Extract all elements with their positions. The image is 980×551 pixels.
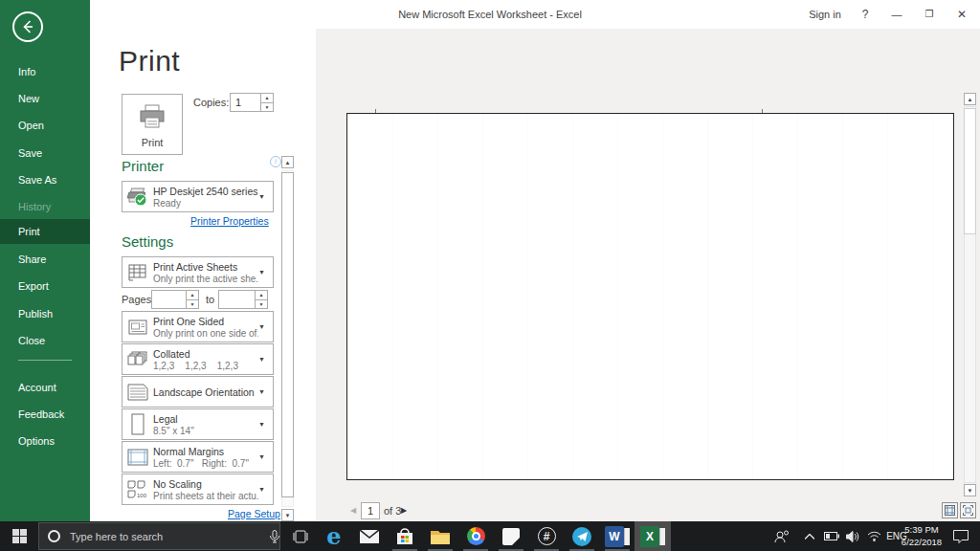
dropdown-title: Print One Sided [153,316,258,327]
minimize-icon[interactable]: — [884,0,909,29]
settings-section-heading: Settings [122,233,173,250]
mail-icon[interactable] [352,521,387,551]
show-margins-icon [945,505,955,516]
chevron-down-icon: ▼ [258,486,273,493]
telegram-icon[interactable] [565,521,599,551]
chevron-down-icon: ▼ [258,356,273,363]
spin-up-icon[interactable]: ▲ [256,291,267,300]
svg-text:100: 100 [137,493,147,498]
preview-scrollbar-thumb[interactable] [964,108,976,234]
printer-properties-link[interactable]: Printer Properties [190,215,269,227]
sidebar-item-close[interactable]: Close [0,328,90,353]
spin-up-icon[interactable]: ▲ [261,94,273,103]
spin-up-icon[interactable]: ▲ [187,291,198,300]
store-icon[interactable] [388,521,422,551]
one-sided-icon [122,317,153,338]
duplex-dropdown[interactable]: Print One Sided Only print on one side o… [122,311,274,342]
sidebar-item-export[interactable]: Export [0,274,90,298]
tray-time: 5:39 PM [898,523,946,536]
settings-scrollbar-thumb[interactable] [281,172,294,497]
margin-handle[interactable] [762,109,763,113]
scaling-dropdown[interactable]: 100 No Scaling Print sheets at their act… [122,474,274,505]
notepad-icon[interactable] [494,521,528,551]
chevron-down-icon: ▼ [258,453,273,460]
sidebar-item-share[interactable]: Share [0,247,90,272]
previous-page-icon[interactable]: ◀ [350,506,356,515]
collation-dropdown[interactable]: Collated 1,2,3 1,2,3 1,2,3 ▼ [122,343,274,375]
copies-spinner-arrows[interactable]: ▲▼ [260,94,273,111]
sidebar-item-info[interactable]: Info [0,59,90,84]
help-icon[interactable]: ? [856,0,875,29]
sidebar-item-feedback[interactable]: Feedback [0,402,90,427]
task-view-icon[interactable] [283,521,318,551]
cortana-icon [48,530,60,542]
sign-in-button[interactable]: Sign in [804,0,846,29]
sidebar-item-publish[interactable]: Publish [0,301,90,326]
sidebar-item-options[interactable]: Options [0,429,90,453]
show-margins-button[interactable] [942,502,958,518]
file-explorer-icon[interactable] [423,521,457,551]
preview-scroll-down-icon[interactable]: ▼ [964,484,976,496]
dropdown-subtitle: 1,2,3 1,2,3 1,2,3 [153,361,258,371]
title-bar: New Microsoft Excel Worksheet - Excel Si… [0,0,980,29]
excel-icon[interactable]: X [635,521,670,551]
preview-scroll-up-icon[interactable]: ▲ [964,93,976,105]
spin-down-icon[interactable]: ▼ [187,300,198,309]
copies-stepper[interactable]: 1 ▲▼ [230,93,274,112]
zoom-to-page-button[interactable] [960,502,976,518]
current-page-input[interactable] [361,502,380,519]
margins-icon [122,448,153,467]
sidebar-item-new[interactable]: New [0,86,90,111]
printer-device-icon [122,187,153,208]
word-icon[interactable]: W [600,521,635,551]
hash-app-icon[interactable]: # [529,521,564,551]
chevron-down-icon: ▼ [258,421,273,428]
settings-scroll-down-icon[interactable]: ▼ [281,509,294,521]
taskbar-search[interactable] [38,522,280,550]
pages-to-value[interactable] [219,291,255,308]
copies-value[interactable]: 1 [231,94,260,111]
print-preview-area: ◀ of 3 ▶ ▲ ▼ [316,29,980,521]
orientation-dropdown[interactable]: Landscape Orientation ▼ [122,376,274,408]
action-center-icon[interactable] [946,521,976,551]
sidebar-item-print[interactable]: Print [0,219,90,244]
print-what-dropdown[interactable]: Print Active Sheets Only print the activ… [122,256,274,288]
pages-from-stepper[interactable]: ▲▼ [151,290,199,309]
microphone-icon[interactable] [270,530,279,543]
sidebar-item-account[interactable]: Account [0,375,90,400]
spin-down-icon[interactable]: ▼ [256,300,267,309]
clock[interactable]: 5:39 PM 6/22/2018 [898,523,946,548]
print-button[interactable]: Print [122,94,183,155]
collated-icon [122,350,153,369]
pages-to-stepper[interactable]: ▲▼ [218,290,268,309]
chevron-down-icon: ▼ [258,193,273,200]
tray-date: 6/22/2018 [898,536,946,548]
page-count-label: of 3 [384,505,401,517]
settings-scroll-up-icon[interactable]: ▲ [281,156,294,168]
people-icon[interactable] [768,521,796,551]
chrome-icon[interactable] [458,521,493,551]
close-icon[interactable]: ✕ [949,0,974,29]
info-icon[interactable]: i [270,156,281,167]
paper-size-dropdown[interactable]: Legal 8.5" x 14" ▼ [122,408,274,440]
sidebar-item-save-as[interactable]: Save As [0,167,90,192]
spin-down-icon[interactable]: ▼ [261,103,273,112]
excel-taskbar-active-slot[interactable]: X [635,521,671,551]
margins-dropdown[interactable]: Normal Margins Left: 0.7" Right: 0.7" ▼ [122,441,274,473]
back-button[interactable] [12,11,43,42]
next-page-icon[interactable]: ▶ [401,506,407,515]
pages-from-value[interactable] [152,291,186,308]
dropdown-title: Print Active Sheets [153,261,258,273]
sidebar-item-open[interactable]: Open [0,113,90,138]
page-setup-link[interactable]: Page Setup [228,508,280,519]
sidebar-item-history: History [0,194,90,219]
sheets-icon [122,262,153,283]
printer-selector-dropdown[interactable]: HP Deskjet 2540 series (... Ready ▼ [122,181,274,212]
start-button[interactable] [0,521,38,551]
margin-handle[interactable] [375,109,376,113]
sidebar-divider [18,360,72,361]
sidebar-item-save[interactable]: Save [0,141,90,165]
edge-icon[interactable]: e [317,521,351,551]
search-input[interactable] [70,531,232,542]
restore-icon[interactable]: ❐ [917,0,942,29]
